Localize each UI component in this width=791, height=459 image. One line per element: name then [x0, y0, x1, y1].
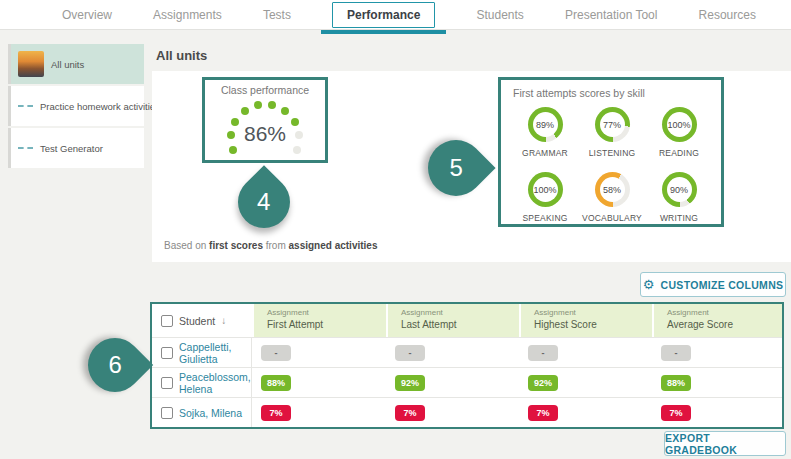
- row-checkbox[interactable]: [161, 407, 173, 419]
- skill-label: LISTENING: [589, 148, 636, 158]
- skill-item: 89%GRAMMAR: [513, 107, 577, 158]
- table-score-cell: 88%: [652, 367, 782, 397]
- assignment-column-header[interactable]: AssignmentAverage Score: [652, 304, 782, 337]
- gauge-dot-filled: [281, 107, 289, 115]
- sidebar-item-practice-homework[interactable]: Practice homework activities: [8, 86, 144, 126]
- score-badge: 7%: [261, 405, 291, 421]
- score-badge: 92%: [528, 375, 558, 391]
- tab-assignments[interactable]: Assignments: [153, 8, 222, 22]
- skill-item: 58%VOCABULARY: [580, 172, 644, 223]
- skill-label: WRITING: [660, 213, 698, 223]
- row-checkbox[interactable]: [161, 377, 173, 389]
- skill-item: 100%READING: [647, 107, 711, 158]
- skills-card-title: First attempts scores by skill: [513, 87, 721, 99]
- dashed-line-icon: [18, 105, 33, 107]
- page-title: All units: [156, 48, 207, 63]
- skill-label: VOCABULARY: [582, 213, 642, 223]
- export-gradebook-label: EXPORT GRADEBOOK: [665, 432, 785, 456]
- skill-donut-value: 77%: [600, 112, 625, 137]
- score-badge: -: [261, 345, 291, 361]
- gear-icon: ⚙: [643, 278, 655, 291]
- tab-resources[interactable]: Resources: [699, 8, 756, 22]
- skill-item: 90%WRITING: [647, 172, 711, 223]
- score-badge: 88%: [661, 375, 691, 391]
- table-score-cell: -: [652, 337, 782, 367]
- score-badge: 7%: [395, 405, 425, 421]
- score-badge: 7%: [528, 405, 558, 421]
- score-badge: -: [528, 345, 558, 361]
- sort-down-icon[interactable]: ↓: [221, 315, 226, 326]
- table-row-student-cell: Peaceblossom, Helena: [152, 367, 252, 397]
- gauge-dot-filled: [254, 101, 262, 109]
- skill-item: 77%LISTENING: [580, 107, 644, 158]
- gauge-dot-empty: [293, 146, 301, 154]
- skill-donut-value: 89%: [533, 112, 558, 137]
- student-header-label: Student: [179, 315, 215, 327]
- skill-donut: 100%: [528, 172, 563, 207]
- table-score-cell: 92%: [519, 367, 652, 397]
- gauge-dot-filled: [229, 146, 237, 154]
- skill-donut: 90%: [662, 172, 697, 207]
- sidebar-item-label: Practice homework activities: [40, 101, 160, 112]
- footnote-text: Based on: [164, 240, 209, 251]
- score-badge: 92%: [395, 375, 425, 391]
- footnote-bold: assigned activities: [289, 240, 378, 251]
- app-screen: Overview Assignments Tests Performance S…: [0, 0, 791, 459]
- tab-performance[interactable]: Performance: [332, 2, 435, 28]
- tab-students[interactable]: Students: [476, 8, 523, 22]
- assignment-column-header[interactable]: AssignmentFirst Attempt: [252, 304, 386, 337]
- tab-overview[interactable]: Overview: [62, 8, 112, 22]
- score-badge: -: [661, 345, 691, 361]
- gauge-dot-filled: [231, 118, 239, 126]
- customize-columns-label: CUSTOMIZE COLUMNS: [661, 279, 784, 291]
- marker-number: 5: [449, 154, 462, 182]
- skill-donut-value: 58%: [600, 177, 625, 202]
- score-badge: -: [395, 345, 425, 361]
- table-score-cell: 88%: [252, 367, 386, 397]
- student-column-header[interactable]: Student↓: [152, 304, 252, 337]
- customize-columns-button[interactable]: ⚙ CUSTOMIZE COLUMNS: [640, 272, 786, 297]
- skill-label: SPEAKING: [522, 213, 567, 223]
- table-score-cell: 7%: [652, 397, 782, 427]
- score-badge: 88%: [261, 375, 291, 391]
- skill-donut-value: 90%: [667, 177, 692, 202]
- student-name-link[interactable]: Sojka, Milena: [179, 407, 242, 419]
- table-score-cell: -: [386, 337, 519, 367]
- export-gradebook-button[interactable]: EXPORT GRADEBOOK: [664, 431, 786, 456]
- tab-tests[interactable]: Tests: [263, 8, 291, 22]
- assignment-column-header[interactable]: AssignmentHighest Score: [519, 304, 652, 337]
- sidebar-item-test-generator[interactable]: Test Generator: [8, 128, 144, 168]
- sidebar-item-label: Test Generator: [40, 143, 103, 154]
- class-performance-gauge: 86%: [210, 94, 320, 158]
- skill-label: GRAMMAR: [522, 148, 568, 158]
- column-header-bottom-label: Average Score: [667, 319, 782, 330]
- table-row-student-cell: Sojka, Milena: [152, 397, 252, 427]
- footnote-text: from: [263, 240, 289, 251]
- skill-donut: 100%: [662, 107, 697, 142]
- annotation-marker-6: 6: [77, 327, 153, 403]
- assignment-column-header[interactable]: AssignmentLast Attempt: [386, 304, 519, 337]
- gradebook-table: Student↓AssignmentFirst AttemptAssignmen…: [150, 302, 784, 429]
- student-name-link[interactable]: Cappelletti, Giulietta: [179, 341, 251, 365]
- student-name-link[interactable]: Peaceblossom, Helena: [179, 371, 251, 395]
- column-header-bottom-label: Last Attempt: [401, 319, 519, 330]
- skill-donut-value: 100%: [667, 112, 692, 137]
- skills-grid: 89%GRAMMAR77%LISTENING100%READING100%SPE…: [513, 107, 711, 223]
- sidebar-item-all-units[interactable]: All units: [8, 44, 144, 84]
- table-score-cell: -: [252, 337, 386, 367]
- tab-presentation-tool[interactable]: Presentation Tool: [565, 8, 658, 22]
- skills-card: First attempts scores by skill 89%GRAMMA…: [498, 77, 724, 227]
- score-badge: 7%: [661, 405, 691, 421]
- row-checkbox[interactable]: [161, 347, 173, 359]
- marker-number: 4: [257, 188, 270, 216]
- unit-thumbnail-icon: [18, 51, 44, 77]
- column-header-bottom-label: First Attempt: [267, 319, 386, 330]
- select-all-checkbox[interactable]: [161, 315, 173, 327]
- table-score-cell: 92%: [386, 367, 519, 397]
- table-score-cell: -: [519, 337, 652, 367]
- sidebar: All units Practice homework activities T…: [8, 44, 144, 170]
- marker-number: 6: [108, 351, 121, 379]
- gauge-dot-filled: [291, 118, 299, 126]
- gauge-dot-filled: [241, 107, 249, 115]
- class-performance-card: Class performance 86%: [202, 77, 328, 163]
